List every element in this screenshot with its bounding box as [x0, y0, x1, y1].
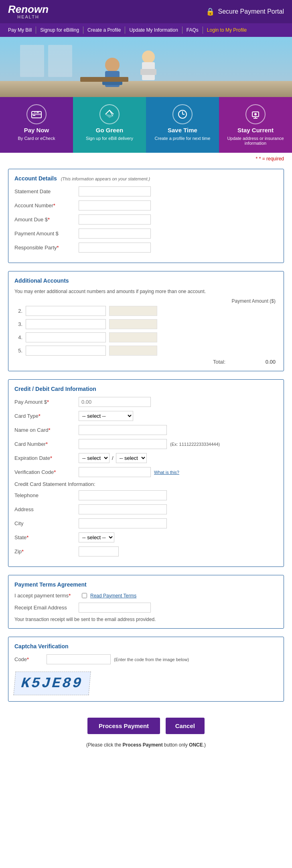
pay-amount-label: Pay Amount $* — [14, 399, 79, 405]
expiration-date-label: Expiration Date* — [14, 455, 79, 461]
total-label: Total: — [213, 359, 225, 365]
pay-now-icon — [26, 104, 47, 124]
responsible-party-row: Responsible Party* — [14, 243, 278, 253]
feature-stay-current-title: Stay Current — [237, 127, 274, 134]
statement-date-input[interactable] — [79, 186, 151, 196]
whats-this-link[interactable]: What is this? — [154, 470, 179, 475]
city-input[interactable] — [79, 518, 167, 528]
svg-rect-13 — [33, 115, 35, 116]
additional-account-5-input[interactable] — [26, 346, 106, 356]
feature-stay-current[interactable]: Stay Current Update address or insurance… — [219, 97, 292, 153]
nav-login-profile[interactable]: Login to My Profile — [203, 26, 251, 34]
payment-amount-input[interactable] — [79, 229, 151, 239]
additional-amount-2-input — [109, 306, 157, 316]
receipt-note: Your transaction receipt will be sent to… — [14, 617, 278, 622]
additional-account-2-input[interactable] — [26, 306, 106, 316]
verification-code-row: Verification Code* What is this? — [14, 467, 278, 477]
svg-rect-9 — [140, 69, 156, 75]
card-number-row: Card Number* (Ex: 1111222233334444) — [14, 439, 278, 449]
responsible-party-label: Responsible Party* — [14, 245, 79, 251]
city-row: City — [14, 518, 278, 528]
accept-terms-checkbox[interactable] — [82, 593, 87, 598]
state-label: State* — [14, 534, 79, 540]
city-label: City — [14, 520, 79, 526]
feature-go-green-subtitle: Sign up for eBill delivery — [86, 136, 133, 141]
feature-save-time-title: Save Time — [168, 127, 197, 134]
captcha-section: Captcha Verification Code* (Enter the co… — [8, 637, 284, 702]
payment-amount-row: Payment Amount $ — [14, 229, 278, 239]
svg-rect-12 — [32, 113, 41, 115]
verification-code-input[interactable] — [79, 467, 151, 477]
additional-amount-4-input — [109, 332, 157, 342]
state-select[interactable]: -- select -- ALAKAZAR CACOCTDE FLGAHIID … — [79, 532, 114, 542]
additional-account-4-input[interactable] — [26, 332, 106, 342]
zip-label: Zip* — [14, 548, 79, 554]
amount-due-input[interactable] — [79, 214, 151, 225]
secure-badge: 🔒 Secure Payment Portal — [206, 7, 284, 16]
amount-due-row: Amount Due $* — [14, 214, 278, 225]
exp-month-select[interactable]: -- select 01020304 05060708 09101112 — [79, 453, 110, 463]
feature-stay-current-subtitle: Update address or insurance information — [223, 136, 288, 146]
cancel-button[interactable]: Cancel — [166, 718, 205, 734]
go-green-icon — [99, 104, 120, 124]
additional-account-row-3: 3. — [14, 319, 278, 329]
process-note: (Please click the Process Payment button… — [0, 742, 292, 754]
card-number-input[interactable] — [79, 439, 167, 449]
card-type-select[interactable]: -- select -- Visa MasterCard Discover Am… — [79, 411, 133, 421]
captcha-input[interactable] — [47, 654, 111, 664]
nav-pay-my-bill[interactable]: Pay My Bill — [8, 26, 36, 34]
statement-info-title: Credit Card Statement Information: — [14, 481, 278, 487]
stay-current-icon — [245, 104, 266, 124]
pay-amount-row: Pay Amount $* — [14, 397, 278, 407]
captcha-code-label: Code* — [14, 656, 47, 662]
process-payment-button[interactable]: Process Payment — [87, 718, 160, 734]
receipt-email-row: Receipt Email Address — [14, 603, 278, 613]
nav-faqs[interactable]: FAQs — [182, 26, 203, 34]
name-on-card-input[interactable] — [79, 425, 167, 435]
address-input[interactable] — [79, 504, 167, 514]
exp-year-select[interactable]: -- select 2024202520262027 202820292030 — [116, 453, 147, 463]
telephone-input[interactable] — [79, 490, 167, 500]
responsible-party-input[interactable] — [79, 243, 151, 253]
telephone-label: Telephone — [14, 492, 79, 498]
feature-pay-now-subtitle: By Card or eCheck — [18, 136, 55, 141]
address-row: Address — [14, 504, 278, 514]
nav-update-information[interactable]: Update My Information — [125, 26, 182, 34]
svg-point-7 — [142, 51, 155, 63]
additional-accounts-desc: You may enter additional account numbers… — [14, 289, 278, 294]
account-details-section: Account Details (This information appear… — [8, 169, 284, 263]
additional-account-row-4: 4. — [14, 332, 278, 342]
receipt-email-label: Receipt Email Address — [14, 605, 79, 611]
svg-rect-1 — [0, 81, 292, 97]
feature-save-time[interactable]: Save Time Create a profile for next time — [146, 97, 219, 153]
feature-go-green[interactable]: Go Green Sign up for eBill delivery — [73, 97, 146, 153]
card-type-label: Card Type* — [14, 413, 79, 419]
nav-create-profile[interactable]: Create a Profile — [83, 26, 125, 34]
captcha-code-row: Code* (Enter the code from the image bel… — [14, 654, 278, 664]
pay-amount-input[interactable] — [79, 397, 151, 407]
hero-image — [0, 37, 292, 97]
additional-amount-3-input — [109, 319, 157, 329]
read-payment-terms-link[interactable]: Read Payment Terms — [90, 593, 136, 599]
svg-rect-2 — [20, 45, 44, 77]
nav-signup-ebilling[interactable]: Signup for eBilling — [36, 26, 83, 34]
statement-date-row: Statement Date — [14, 186, 278, 196]
zip-input[interactable] — [79, 546, 119, 556]
svg-rect-14 — [36, 112, 39, 113]
expiration-group: -- select 01020304 05060708 09101112 / -… — [79, 453, 147, 463]
additional-account-3-input[interactable] — [26, 319, 106, 329]
payment-amount-header: Payment Amount ($) — [14, 298, 278, 304]
feature-pay-now[interactable]: Pay Now By Card or eCheck — [0, 97, 73, 153]
buttons-section: Process Payment Cancel — [0, 710, 292, 742]
state-row: State* -- select -- ALAKAZAR CACOCTDE FL… — [14, 532, 278, 542]
feature-go-green-title: Go Green — [96, 127, 123, 134]
statement-date-label: Statement Date — [14, 188, 79, 194]
accept-terms-row: I accept payment terms* Read Payment Ter… — [14, 593, 278, 599]
account-details-title: Account Details (This information appear… — [14, 175, 278, 182]
receipt-email-input[interactable] — [79, 603, 151, 613]
feature-boxes: Pay Now By Card or eCheck Go Green Sign … — [0, 97, 292, 153]
telephone-row: Telephone — [14, 490, 278, 500]
verification-code-label: Verification Code* — [14, 469, 79, 475]
account-number-input[interactable] — [79, 200, 151, 210]
additional-amount-5-input — [109, 346, 157, 356]
